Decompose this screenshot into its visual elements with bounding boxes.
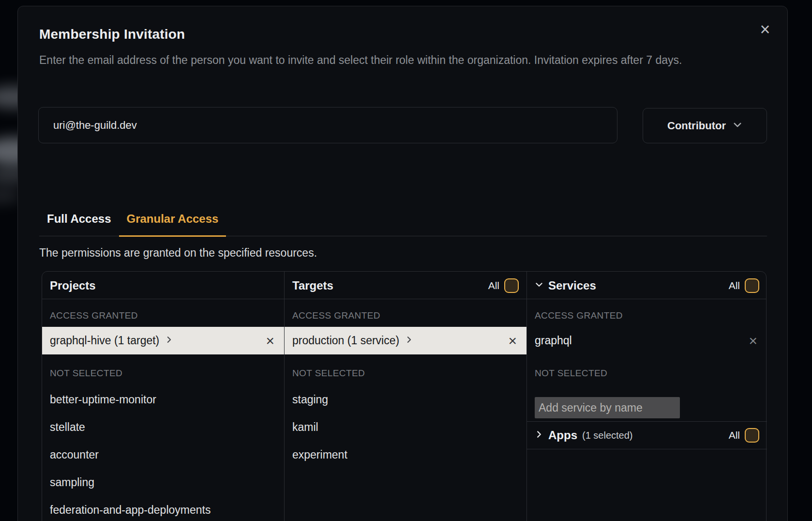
- chevron-right-icon: [405, 336, 413, 346]
- role-select[interactable]: Contributor: [643, 108, 767, 143]
- apps-selected-count: (1 selected): [582, 430, 633, 441]
- access-granted-label: ACCESS GRANTED: [50, 310, 138, 321]
- remove-target-icon[interactable]: ×: [508, 334, 517, 348]
- access-granted-label: ACCESS GRANTED: [535, 310, 623, 321]
- tab-full-access[interactable]: Full Access: [39, 202, 119, 236]
- services-all-label: All: [729, 280, 740, 291]
- close-icon[interactable]: ×: [756, 21, 774, 38]
- project-list-item[interactable]: sampling: [42, 469, 284, 496]
- selected-target-name: production (1 service): [292, 334, 399, 347]
- targets-all-label: All: [488, 280, 499, 291]
- dialog-description: Enter the email address of the person yo…: [39, 52, 722, 69]
- role-selected-value: Contributor: [667, 120, 726, 132]
- apps-all-group: All: [729, 428, 759, 443]
- services-all-group: All: [729, 278, 759, 293]
- apps-title: Apps: [548, 429, 577, 442]
- project-list-item[interactable]: accounter: [42, 441, 284, 469]
- chevron-down-icon: [535, 280, 543, 291]
- projects-column: Projects ACCESS GRANTED graphql-hive (1 …: [42, 272, 284, 521]
- projects-header: Projects: [42, 272, 284, 299]
- services-header[interactable]: Services All: [527, 272, 767, 299]
- target-list-item[interactable]: kamil: [285, 414, 526, 441]
- project-list-item[interactable]: better-uptime-monitor: [42, 386, 284, 414]
- dialog-title: Membership Invitation: [39, 27, 185, 42]
- project-list-item[interactable]: federation-and-app-deployments: [42, 496, 284, 521]
- selected-target-row[interactable]: production (1 service) ×: [285, 327, 526, 354]
- targets-title: Targets: [292, 279, 333, 292]
- apps-section-row[interactable]: Apps (1 selected) All: [527, 421, 767, 449]
- targets-header: Targets All: [285, 272, 526, 299]
- not-selected-label: NOT SELECTED: [535, 368, 607, 379]
- resource-picker: Projects ACCESS GRANTED graphql-hive (1 …: [42, 271, 767, 521]
- apps-all-checkbox[interactable]: [745, 428, 759, 443]
- services-all-checkbox[interactable]: [745, 278, 759, 293]
- not-selected-label: NOT SELECTED: [292, 368, 365, 379]
- chevron-right-icon: [165, 336, 173, 346]
- access-tabs: Full Access Granular Access: [39, 202, 767, 236]
- targets-all-group: All: [488, 278, 519, 293]
- projects-title: Projects: [50, 279, 96, 292]
- services-title: Services: [548, 279, 596, 292]
- selected-project-name: graphql-hive (1 target): [50, 334, 159, 347]
- targets-column: Targets All ACCESS GRANTED production (1…: [285, 272, 526, 521]
- tab-granular-access[interactable]: Granular Access: [119, 202, 226, 237]
- granted-service-name: graphql: [535, 334, 572, 347]
- remove-service-icon[interactable]: ×: [749, 334, 757, 348]
- add-service-input[interactable]: [535, 397, 680, 418]
- membership-invitation-dialog: × Membership Invitation Enter the email …: [17, 6, 788, 521]
- screen: × Membership Invitation Enter the email …: [0, 0, 812, 521]
- services-column: Services All ACCESS GRANTED graphql × NO…: [527, 272, 767, 521]
- selected-project-row[interactable]: graphql-hive (1 target) ×: [42, 327, 284, 354]
- project-list-item[interactable]: stellate: [42, 414, 284, 441]
- permissions-note: The permissions are granted on the speci…: [39, 246, 317, 260]
- target-list-item[interactable]: experiment: [285, 441, 526, 469]
- granted-service-row: graphql ×: [527, 327, 767, 354]
- email-input[interactable]: [38, 107, 617, 143]
- targets-all-checkbox[interactable]: [504, 278, 519, 293]
- access-granted-label: ACCESS GRANTED: [292, 310, 380, 321]
- apps-all-label: All: [729, 429, 740, 441]
- remove-project-icon[interactable]: ×: [266, 334, 274, 348]
- chevron-down-icon: [733, 120, 742, 132]
- chevron-right-icon: [535, 430, 543, 441]
- target-list-item[interactable]: staging: [285, 386, 526, 414]
- not-selected-label: NOT SELECTED: [50, 368, 122, 379]
